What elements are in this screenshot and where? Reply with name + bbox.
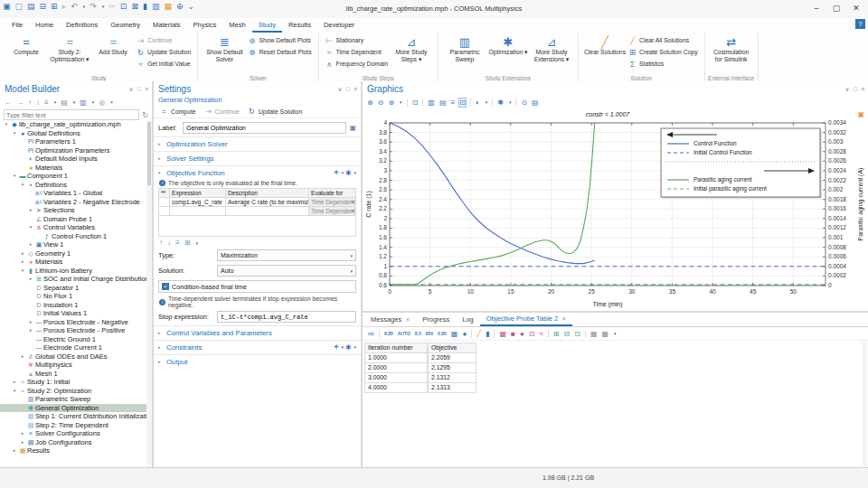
panel-collapse-icon[interactable]: ∨ <box>338 86 343 93</box>
collapse-all-icon-caret[interactable]: ▾ <box>54 99 57 105</box>
delete-icon[interactable]: ▮ <box>143 2 147 11</box>
move-up-icon[interactable]: ↑ <box>28 99 32 107</box>
tree-item-component-1[interactable]: ▾▬Component 1 <box>0 172 146 181</box>
menu-study[interactable]: Study <box>252 18 282 33</box>
collapse-arrow-icon[interactable]: ▾ <box>3 120 10 129</box>
continue-button[interactable]: ⇥Continue <box>135 34 193 46</box>
label-input[interactable] <box>183 122 346 134</box>
table-image-icon[interactable]: ■ <box>511 330 515 338</box>
tree-item-global-odes-and-daes[interactable]: ▸∂Global ODEs and DAEs <box>0 352 146 361</box>
table-load-icon[interactable]: ≡ <box>175 239 180 247</box>
panel-menu-icon[interactable]: ≡ <box>145 86 148 93</box>
undo-icon-caret[interactable]: ▾ <box>83 4 86 9</box>
tree-item-porous-electrode-negative[interactable]: ▸—Porous Electrode - Negative <box>0 318 146 327</box>
expand-arrow-icon[interactable]: ▸ <box>11 446 18 455</box>
node-text-icon-caret[interactable]: ▾ <box>92 99 95 105</box>
tree-item-step-1-current-distribution-initialization[interactable]: ▧Step 1: Current Distribution Initializa… <box>0 412 146 421</box>
section-objective-function[interactable]: ▾ Objective Function +▾ ✱▾ <box>154 165 361 179</box>
zoom-window-icon[interactable]: ⊕ <box>176 2 184 11</box>
table-settings-icon[interactable]: ≔ <box>367 330 374 338</box>
redo-icon-caret[interactable]: ▾ <box>102 4 105 9</box>
tree-item-domain-probe-1[interactable]: ∠Domain Probe 1 <box>0 215 146 224</box>
tree-item-control-function-1[interactable]: ƒControl Function 1 <box>0 232 146 241</box>
move-down-icon[interactable]: ↓ <box>36 99 40 107</box>
expand-arrow-icon[interactable]: ▸ <box>19 438 26 447</box>
tree-item-solver-configurations[interactable]: ▸»Solver Configurations <box>0 429 146 438</box>
expand-arrow-icon[interactable]: ▸ <box>19 429 26 438</box>
tree-item-no-flux-1[interactable]: DNo Flux 1 <box>0 292 146 301</box>
section-constraints[interactable]: ▸ Constraints +▾ ✱▾ <box>154 340 361 353</box>
tab-objective-probe-table-2[interactable]: Objective Probe Table 2✕ <box>480 313 573 326</box>
zoom-out-icon[interactable]: ⊖ <box>378 99 384 107</box>
clear-solutions-button[interactable]: ╱Clear Solutions <box>583 34 627 57</box>
expand-arrow-icon[interactable]: ▸ <box>27 275 34 284</box>
tree-item-electric-ground-1[interactable]: —Electric Ground 1 <box>0 335 146 344</box>
tree-item-job-configurations[interactable]: ▸▤Job Configurations <box>0 438 146 447</box>
undo-icon[interactable]: ↶ <box>71 2 78 11</box>
tree-item-geometry-1[interactable]: ▸◇Geometry 1 <box>0 249 146 258</box>
table-move-down-icon[interactable]: ↓ <box>167 239 171 247</box>
description-cell[interactable]: Average C rate (to be maximized) <box>226 198 309 207</box>
transparency-icon-caret[interactable]: ▾ <box>486 99 488 105</box>
toolbar-options-icon[interactable]: ⌄ <box>187 2 194 11</box>
copy-table-icon[interactable]: ⊞ <box>553 330 560 338</box>
expand-arrow-icon[interactable]: ▸ <box>27 318 34 327</box>
panel-menu-icon[interactable]: ≡ <box>861 86 864 93</box>
more-study-steps-button[interactable]: ⊿More Study Steps ▾ <box>390 34 433 64</box>
tree-item-variables-2-negative-electrode[interactable]: a=Variables 2 - Negative Electrode <box>0 198 146 207</box>
preview-icon[interactable]: ● <box>462 330 467 338</box>
table-row[interactable]: 1.00002.2059 <box>364 353 868 363</box>
stop-expression-input[interactable] <box>217 311 356 323</box>
tree-item-materials[interactable]: ●Materials <box>0 164 146 173</box>
time-dependent-button[interactable]: ≈Time Dependent <box>324 46 390 58</box>
add-objective-icon[interactable]: + <box>334 168 338 177</box>
panel-collapse-icon[interactable]: ∨ <box>129 86 134 93</box>
node-text-icon[interactable]: ▥ <box>80 99 87 107</box>
table-scrollbar[interactable] <box>863 342 867 466</box>
backup-icon[interactable]: ▮ <box>486 330 489 338</box>
tree-item-general-optimization[interactable]: ✱General Optimization <box>0 404 146 413</box>
tree-item-view-1[interactable]: ▸▣View 1 <box>0 240 146 249</box>
material-window-icon[interactable]: ▦ <box>164 2 172 11</box>
column-header[interactable]: Objective <box>428 343 476 353</box>
table-window2-icon-caret[interactable]: ▾ <box>614 331 617 336</box>
scientific-notation-icon[interactable]: 8.5 <box>415 331 421 336</box>
section-output[interactable]: ▸ Output <box>154 354 361 368</box>
menu-developer[interactable]: Developer <box>317 18 361 33</box>
print-icon[interactable]: ▤ <box>532 99 539 107</box>
plot-canvas[interactable]: 051015202530354045500.60.811.21.41.61.82… <box>363 108 867 311</box>
expand-arrow-icon[interactable]: ▸ <box>27 240 34 249</box>
compute-button[interactable]: =Compute <box>5 34 48 57</box>
cut-icon[interactable]: ✂ <box>108 2 116 11</box>
sparkline-icon[interactable]: ≈ <box>539 330 542 338</box>
tree-item-mesh-1[interactable]: ▲Mesh 1 <box>0 370 146 379</box>
tab-progress[interactable]: Progress <box>416 313 456 326</box>
objective-menu-icon[interactable]: ✱ <box>345 169 352 177</box>
tree-item-electrode-current-1[interactable]: —Electrode Current 1 <box>0 343 146 352</box>
collapse-all-icon[interactable]: ≡ <box>44 99 49 107</box>
panel-float-icon[interactable]: □ <box>854 86 857 93</box>
stationary-button[interactable]: ⊢Stationary <box>324 34 390 46</box>
collapse-arrow-icon[interactable]: ▾ <box>11 129 18 138</box>
collapse-arrow-icon[interactable]: ▾ <box>11 172 18 181</box>
refresh-icon[interactable]: ↻ <box>142 111 148 119</box>
add-study-button[interactable]: ≈Add Study <box>91 34 135 57</box>
menu-definitions[interactable]: Definitions <box>60 18 104 33</box>
expand-arrow-icon[interactable]: ▸ <box>11 378 18 387</box>
collapse-arrow-icon[interactable]: ▾ <box>27 223 34 232</box>
expand-arrow-icon[interactable]: ▸ <box>19 352 26 361</box>
x-grid-icon[interactable]: ▤ <box>439 99 447 107</box>
maximize-button[interactable]: ▢ <box>826 0 846 16</box>
collapse-arrow-icon[interactable]: ▾ <box>19 267 26 276</box>
solution-select[interactable]: Auto▾ <box>217 265 356 277</box>
frequency-domain-button[interactable]: ∧Frequency Domain <box>324 58 390 70</box>
menu-home[interactable]: Home <box>29 18 60 33</box>
menu-materials[interactable]: Materials <box>146 18 186 33</box>
tree-item-lib-charge-rate-optimization-mph[interactable]: ▾◆lib_charge_rate_optimization.mph <box>0 120 146 129</box>
open-file-icon[interactable]: ▤ <box>27 2 35 11</box>
run-icon[interactable]: ▸ <box>62 2 67 11</box>
help-button[interactable]: ? <box>855 19 865 29</box>
plot-window-icon[interactable]: ▣ <box>857 110 864 118</box>
reset-default-plots-button[interactable]: ⊛Reset Default Plots <box>246 46 313 58</box>
parametric-sweep-button[interactable]: ▥Parametric Sweep <box>443 34 486 64</box>
